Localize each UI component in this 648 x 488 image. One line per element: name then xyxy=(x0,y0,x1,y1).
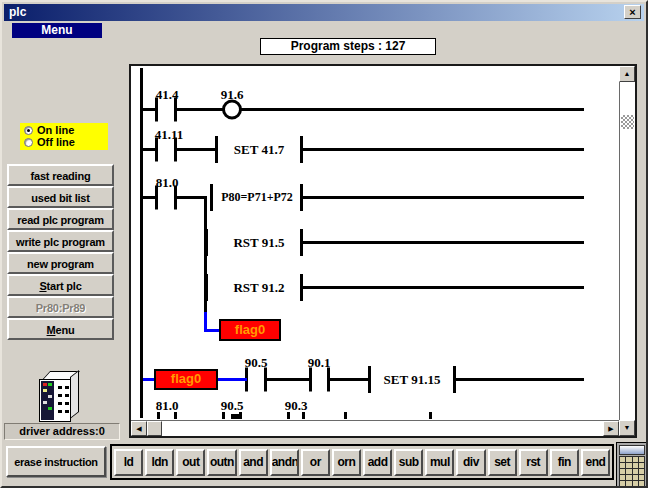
start-plc-button[interactable]: Start plc xyxy=(7,274,114,296)
instruction-div-button[interactable]: div xyxy=(456,449,485,476)
instruction-ld-button[interactable]: ld xyxy=(114,449,143,476)
plc-window: plc × Menu Program steps : 127 On line O… xyxy=(0,0,648,488)
calculator-icon[interactable] xyxy=(616,442,648,488)
scroll-right-icon[interactable]: ▶ xyxy=(603,421,619,436)
titlebar: plc × xyxy=(4,4,644,21)
instruction-or-button[interactable]: or xyxy=(301,449,330,476)
instruction-mul-button[interactable]: mul xyxy=(425,449,454,476)
instruction-add-button[interactable]: add xyxy=(363,449,392,476)
contact-label: 90.5 xyxy=(236,355,276,371)
driver-address-display: driver address:0 xyxy=(4,423,120,440)
contact-label: 41.11 xyxy=(145,127,193,143)
pr80-pr89-button: Pr80:Pr89 xyxy=(7,296,114,318)
radio-offline[interactable]: Off line xyxy=(24,136,108,148)
instruction-out-button[interactable]: out xyxy=(176,449,205,476)
ladder-wires xyxy=(131,66,619,420)
instruction-set-button[interactable]: set xyxy=(488,449,517,476)
ladder-editor: 41.4 91.6 41.11 SET 41.7 81.0 P80=P71+P7… xyxy=(129,64,637,438)
write-plc-program-button[interactable]: write plc program xyxy=(7,230,114,252)
program-steps-display: Program steps : 127 xyxy=(260,38,436,55)
instruction-andn-button[interactable]: andn xyxy=(270,449,299,476)
contact-label: 90.5 xyxy=(212,398,252,414)
erase-instruction-button[interactable]: erase instruction xyxy=(6,446,106,477)
contact-label: 90.1 xyxy=(299,355,339,371)
contact-label: 81.0 xyxy=(147,398,187,414)
instruction-fin-button[interactable]: fin xyxy=(550,449,579,476)
menu-button[interactable]: Menu xyxy=(12,23,102,38)
instruction-toolbar: ld ldn out outn and andn or orn add sub … xyxy=(110,444,614,480)
scroll-left-icon[interactable]: ◀ xyxy=(131,421,147,436)
scroll-up-icon[interactable]: ▲ xyxy=(619,66,635,82)
horizontal-scroll-thumb[interactable] xyxy=(147,421,162,436)
coil-label: 91.6 xyxy=(212,87,252,103)
scroll-down-icon[interactable]: ▼ xyxy=(619,420,635,436)
contact-label: 81.0 xyxy=(147,175,187,191)
vertical-scrollbar[interactable]: ▲ ▼ xyxy=(619,66,635,436)
contact-label: 90.3 xyxy=(276,398,316,414)
driver-device-icon xyxy=(32,369,88,423)
radio-online-label: On line xyxy=(37,124,74,136)
instruction-and-button[interactable]: and xyxy=(239,449,268,476)
new-program-button[interactable]: new program xyxy=(7,252,114,274)
flag0-node[interactable]: flag0 xyxy=(219,319,281,341)
instruction-label: SET 91.15 xyxy=(371,372,453,388)
instruction-ldn-button[interactable]: ldn xyxy=(145,449,174,476)
contact-label: 41.4 xyxy=(147,87,187,103)
instruction-end-button[interactable]: end xyxy=(581,449,610,476)
connection-mode-group: On line Off line xyxy=(20,123,108,150)
flag0-node[interactable]: flag0 xyxy=(154,369,218,390)
close-icon[interactable]: × xyxy=(624,5,641,19)
radio-online-icon[interactable] xyxy=(24,126,33,135)
instruction-orn-button[interactable]: orn xyxy=(332,449,361,476)
radio-offline-icon[interactable] xyxy=(24,138,33,147)
instruction-label: SET 41.7 xyxy=(219,142,299,158)
vertical-scroll-thumb[interactable] xyxy=(621,115,634,129)
window-title: plc xyxy=(9,5,26,19)
instruction-sub-button[interactable]: sub xyxy=(394,449,423,476)
read-plc-program-button[interactable]: read plc program xyxy=(7,208,114,230)
instruction-rst-button[interactable]: rst xyxy=(519,449,548,476)
used-bit-list-button[interactable]: used bit list xyxy=(7,186,114,208)
fast-reading-button[interactable]: fast reading xyxy=(7,164,114,186)
radio-online[interactable]: On line xyxy=(24,124,108,136)
sidebar-menu-button[interactable]: Menu xyxy=(7,318,114,340)
instruction-label: P80=P71+P72 xyxy=(215,190,299,205)
horizontal-scrollbar[interactable]: ◀ ▶ xyxy=(131,420,619,436)
ladder-canvas[interactable]: 41.4 91.6 41.11 SET 41.7 81.0 P80=P71+P7… xyxy=(131,66,619,420)
instruction-label: RST 91.2 xyxy=(219,280,299,296)
instruction-label: RST 91.5 xyxy=(219,235,299,251)
radio-offline-label: Off line xyxy=(37,136,75,148)
instruction-outn-button[interactable]: outn xyxy=(207,449,236,476)
